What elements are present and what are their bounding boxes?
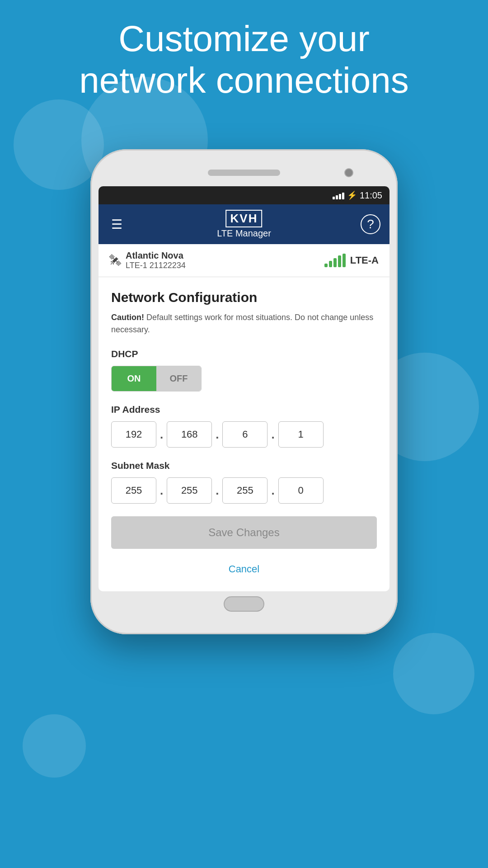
phone-body: ⚡ 11:05 ☰ KVH LTE Manager ? 🛰 Atlantic N: [90, 149, 398, 634]
help-button[interactable]: ?: [361, 214, 380, 234]
dhcp-label: DHCP: [111, 349, 377, 359]
phone-device: ⚡ 11:05 ☰ KVH LTE Manager ? 🛰 Atlantic N: [90, 149, 398, 634]
caution-label: Caution!: [111, 313, 144, 322]
bg-circle-5: [23, 714, 86, 778]
home-button[interactable]: [224, 596, 264, 612]
subnet-octet-1[interactable]: 255: [111, 477, 156, 504]
speaker-grille: [208, 170, 280, 176]
save-changes-button[interactable]: Save Changes: [111, 516, 377, 549]
app-bar: ☰ KVH LTE Manager ?: [99, 204, 389, 244]
lte-bar-1: [324, 264, 328, 267]
kvh-logo: KVH: [226, 210, 263, 227]
subnet-dot-1: .: [160, 484, 163, 498]
ip-octet-4[interactable]: 1: [278, 421, 324, 448]
ip-octet-2[interactable]: 168: [167, 421, 212, 448]
subnet-mask-label: Subnet Mask: [111, 460, 377, 471]
signal-bar-3: [339, 194, 341, 199]
content-area: Network Configuration Caution! Default s…: [99, 277, 389, 591]
app-bar-center: KVH LTE Manager: [217, 210, 271, 239]
subnet-dot-3: .: [271, 484, 274, 498]
hero-line1: Customize your: [118, 19, 370, 59]
lte-bar-4: [338, 255, 341, 267]
signal-bar-4: [342, 193, 344, 199]
ip-octet-1[interactable]: 192: [111, 421, 156, 448]
subnet-dot-2: .: [216, 484, 219, 498]
ip-dot-2: .: [216, 428, 219, 442]
bg-circle-4: [393, 633, 474, 714]
front-camera: [344, 168, 353, 177]
lte-bar-3: [333, 258, 337, 267]
ip-address-label: IP Address: [111, 404, 377, 415]
dhcp-toggle[interactable]: ON OFF: [111, 366, 202, 392]
subnet-octet-2[interactable]: 255: [167, 477, 212, 504]
signal-bar-2: [336, 195, 338, 199]
menu-button[interactable]: ☰: [108, 213, 126, 236]
subnet-mask-row: 255 . 255 . 255 . 0: [111, 477, 377, 504]
phone-screen: ⚡ 11:05 ☰ KVH LTE Manager ? 🛰 Atlantic N: [99, 186, 389, 591]
status-icons: ⚡ 11:05: [333, 190, 382, 201]
connection-details: Atlantic Nova LTE-1 21122234: [126, 250, 186, 270]
signal-info: LTE-A: [324, 254, 379, 267]
battery-icon: ⚡: [347, 190, 357, 200]
dhcp-off-button[interactable]: OFF: [156, 366, 201, 391]
cellular-signal: [333, 191, 344, 199]
lte-bar-2: [329, 261, 332, 267]
connection-bar: 🛰 Atlantic Nova LTE-1 21122234 LTE-A: [99, 244, 389, 277]
app-bar-title: LTE Manager: [217, 228, 271, 239]
subnet-octet-4[interactable]: 0: [278, 477, 324, 504]
hero-line2: network connections: [79, 60, 408, 100]
section-title: Network Configuration: [111, 290, 377, 305]
ip-octet-3[interactable]: 6: [222, 421, 267, 448]
connection-name: Atlantic Nova: [126, 250, 186, 261]
cancel-button[interactable]: Cancel: [111, 556, 377, 582]
lte-signal-bars: [324, 254, 346, 267]
ip-address-row: 192 . 168 . 6 . 1: [111, 421, 377, 448]
caution-text: Caution! Default settings work for most …: [111, 311, 377, 336]
status-bar: ⚡ 11:05: [99, 186, 389, 204]
dhcp-on-button[interactable]: ON: [112, 366, 156, 391]
connection-info: 🛰 Atlantic Nova LTE-1 21122234: [109, 250, 186, 270]
ip-dot-1: .: [160, 428, 163, 442]
connection-id: LTE-1 21122234: [126, 261, 186, 270]
hero-text: Customize your network connections: [0, 18, 488, 101]
subnet-octet-3[interactable]: 255: [222, 477, 267, 504]
lte-type-label: LTE-A: [350, 255, 379, 266]
signal-bar-1: [333, 197, 335, 199]
lte-bar-5: [343, 254, 346, 267]
phone-bottom-bezel: [99, 591, 389, 616]
phone-top-bezel: [99, 159, 389, 186]
caution-body: Default settings work for most situation…: [111, 313, 373, 334]
ip-dot-3: .: [271, 428, 274, 442]
status-time: 11:05: [360, 190, 382, 201]
satellite-icon: 🛰: [109, 254, 121, 268]
